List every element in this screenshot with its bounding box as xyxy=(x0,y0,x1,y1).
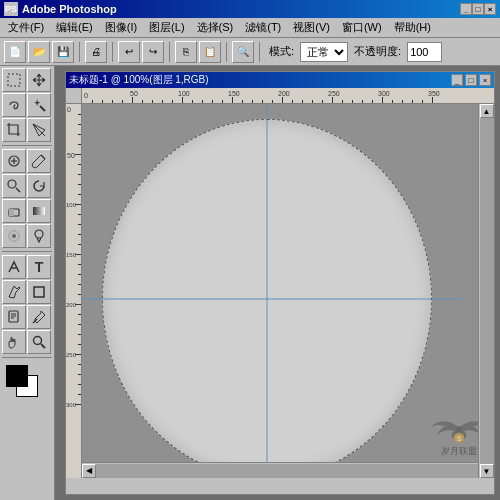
tool-crop[interactable] xyxy=(2,118,26,142)
undo-button[interactable]: ↩ xyxy=(118,41,140,63)
tool-stamp[interactable] xyxy=(2,174,26,198)
color-swatches[interactable] xyxy=(2,361,52,403)
svg-rect-10 xyxy=(33,207,45,215)
document-title-bar: 未标题-1 @ 100%(图层 1,RGB) _ □ × xyxy=(66,72,494,88)
tool-heal[interactable] xyxy=(2,149,26,173)
open-file-button[interactable]: 📂 xyxy=(28,41,50,63)
tool-notes[interactable] xyxy=(2,305,26,329)
tool-gradient[interactable] xyxy=(27,199,51,223)
svg-line-2 xyxy=(33,124,45,136)
doc-minimize-button[interactable]: _ xyxy=(451,74,463,86)
app-icon: PS xyxy=(4,2,18,16)
menu-select[interactable]: 选择(S) xyxy=(191,18,240,37)
circle-shape xyxy=(102,119,432,478)
maximize-app-button[interactable]: □ xyxy=(472,3,484,15)
scrollbar-horizontal[interactable]: ◀ ▶ xyxy=(82,462,494,478)
tool-dodge[interactable] xyxy=(27,224,51,248)
zoom-in-button[interactable]: 🔍 xyxy=(232,41,254,63)
tool-zoom[interactable] xyxy=(27,330,51,354)
crosshair-horizontal xyxy=(82,299,461,300)
svg-rect-15 xyxy=(34,287,44,297)
title-bar: PS Adobe Photoshop _ □ × xyxy=(0,0,500,18)
tool-eraser[interactable] xyxy=(2,199,26,223)
tool-path[interactable] xyxy=(2,255,26,279)
svg-text:S: S xyxy=(457,435,462,442)
menu-help[interactable]: 帮助(H) xyxy=(388,18,437,37)
tool-brush[interactable] xyxy=(27,149,51,173)
svg-line-6 xyxy=(41,155,45,159)
tool-type[interactable]: T xyxy=(27,255,51,279)
ruler-top: 0 50 100 150 200 250 300 350 xyxy=(82,88,494,104)
svg-line-22 xyxy=(41,344,45,348)
print-button[interactable]: 🖨 xyxy=(85,41,107,63)
close-app-button[interactable]: × xyxy=(484,3,496,15)
svg-rect-0 xyxy=(8,74,20,86)
ruler-corner xyxy=(66,88,82,104)
svg-rect-9 xyxy=(9,209,14,216)
tool-pen[interactable] xyxy=(2,280,26,304)
tool-history[interactable] xyxy=(27,174,51,198)
canvas-area: 未标题-1 @ 100%(图层 1,RGB) _ □ × 0 50 100 15… xyxy=(55,66,500,500)
menu-view[interactable]: 视图(V) xyxy=(287,18,336,37)
document-title: 未标题-1 @ 100%(图层 1,RGB) xyxy=(69,73,209,87)
svg-point-13 xyxy=(35,230,43,238)
options-toolbar: 📄 📂 💾 🖨 ↩ ↪ ⎘ 📋 🔍 模式: 正常 不透明度: xyxy=(0,38,500,66)
opacity-label: 不透明度: xyxy=(354,44,401,59)
foreground-color[interactable] xyxy=(6,365,28,387)
opacity-input[interactable] xyxy=(407,42,442,62)
tool-slice[interactable] xyxy=(27,118,51,142)
crosshair-vertical xyxy=(267,104,268,478)
svg-line-1 xyxy=(40,106,45,111)
minimize-app-button[interactable]: _ xyxy=(460,3,472,15)
circle-container xyxy=(102,119,432,478)
tool-marquee[interactable] xyxy=(2,68,26,92)
tool-hand[interactable] xyxy=(2,330,26,354)
tool-shape[interactable] xyxy=(27,280,51,304)
mode-label: 模式: xyxy=(269,44,294,59)
menu-image[interactable]: 图像(I) xyxy=(99,18,143,37)
menu-bar: 文件(F) 编辑(E) 图像(I) 图层(L) 选择(S) 滤镜(T) 视图(V… xyxy=(0,18,500,38)
tool-eyedropper[interactable] xyxy=(27,305,51,329)
menu-file[interactable]: 文件(F) xyxy=(2,18,50,37)
svg-point-12 xyxy=(12,234,16,238)
copy-button[interactable]: ⎘ xyxy=(175,41,197,63)
mode-select[interactable]: 正常 xyxy=(300,42,348,62)
menu-layer[interactable]: 图层(L) xyxy=(143,18,190,37)
menu-filter[interactable]: 滤镜(T) xyxy=(239,18,287,37)
doc-maximize-button[interactable]: □ xyxy=(465,74,477,86)
redo-button[interactable]: ↪ xyxy=(142,41,164,63)
scroll-track-h[interactable] xyxy=(96,464,480,478)
tool-move[interactable] xyxy=(27,68,51,92)
svg-point-7 xyxy=(8,180,16,188)
app-title: Adobe Photoshop xyxy=(22,3,117,15)
scroll-down-button[interactable]: ▼ xyxy=(480,464,494,478)
save-file-button[interactable]: 💾 xyxy=(52,41,74,63)
scroll-left-button[interactable]: ◀ xyxy=(82,464,96,478)
ruler-left: 0 50 100 150 200 250 300 xyxy=(66,104,82,478)
tool-magic-wand[interactable] xyxy=(27,93,51,117)
scrollbar-vertical[interactable]: ▲ ▼ xyxy=(478,104,494,478)
canvas-content: S 岁月联盟 xyxy=(82,104,494,478)
scroll-track-v[interactable] xyxy=(480,118,494,464)
paste-button[interactable]: 📋 xyxy=(199,41,221,63)
menu-window[interactable]: 窗口(W) xyxy=(336,18,388,37)
menu-edit[interactable]: 编辑(E) xyxy=(50,18,99,37)
toolbox: T xyxy=(0,66,55,500)
document-window: 未标题-1 @ 100%(图层 1,RGB) _ □ × 0 50 100 15… xyxy=(65,71,495,495)
svg-point-21 xyxy=(34,337,42,345)
tool-lasso[interactable] xyxy=(2,93,26,117)
main-area: T xyxy=(0,66,500,500)
doc-close-button[interactable]: × xyxy=(479,74,491,86)
tool-blur[interactable] xyxy=(2,224,26,248)
new-file-button[interactable]: 📄 xyxy=(4,41,26,63)
watermark-text: 岁月联盟 xyxy=(441,445,477,458)
scroll-up-button[interactable]: ▲ xyxy=(480,104,494,118)
